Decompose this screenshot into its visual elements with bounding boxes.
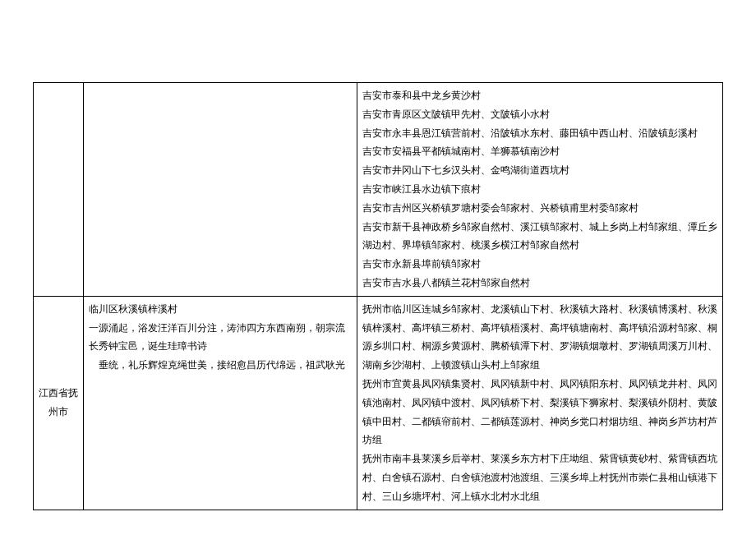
cell-villages-2: 抚州市临川区连城乡邹家村、龙溪镇山下村、秋溪镇大路村、秋溪镇博溪村、秋溪镇梓溪村…	[357, 296, 723, 510]
village-item: 吉安市吉水县八都镇兰花村邹家自然村	[362, 274, 717, 293]
table-row: 江西省抚州市 临川区秋溪镇梓溪村 一源涌起，浴发汪洋百川分注，涛沛四方东西南朔，…	[34, 296, 723, 510]
table-row: 吉安市泰和县中龙乡黄沙村 吉安市青原区文陂镇甲先村、文陂镇小水村 吉安市永丰县恩…	[34, 83, 723, 297]
village-item: 吉安市井冈山下七乡汉头村、金鸣湖街道西坑村	[362, 161, 717, 180]
desc-line: 垂统，礼乐辉煌克绳世美，接绍愈昌历代绵远，祖武耿光	[89, 356, 352, 375]
village-item: 吉安市永新县埠前镇邹家村	[362, 255, 717, 274]
village-item: 吉安市峡江县水边镇下痕村	[362, 180, 717, 199]
cell-province-2: 江西省抚州市	[34, 296, 84, 510]
cell-desc-1	[84, 83, 357, 297]
village-item: 吉安市吉州区兴桥镇罗塘村委会邹家村、兴桥镇甫里村委邹家村	[362, 199, 717, 218]
village-item: 吉安市青原区文陂镇甲先村、文陂镇小水村	[362, 105, 717, 124]
village-item: 吉安市泰和县中龙乡黄沙村	[362, 86, 717, 105]
village-item: 吉安市新干县神政桥乡邹家自然村、溪江镇邹家村、城上乡岗上村邹家组、潭丘乡湖边村、…	[362, 218, 717, 256]
desc-title: 临川区秋溪镇梓溪村	[89, 300, 352, 319]
village-item: 抚州市临川区连城乡邹家村、龙溪镇山下村、秋溪镇大路村、秋溪镇博溪村、秋溪镇梓溪村…	[362, 300, 717, 375]
village-item: 抚州市宜黄县凤冈镇集贤村、凤冈镇新中村、凤冈镇阳东村、凤冈镇龙井村、凤冈镇池南村…	[362, 375, 717, 450]
province-text: 江西省抚州市	[39, 387, 78, 417]
village-item: 吉安市安福县平都镇城南村、羊狮慕镇南沙村	[362, 142, 717, 161]
village-item: 吉安市永丰县恩江镇营前村、沿陂镇水东村、藤田镇中西山村、沿陂镇彭溪村	[362, 124, 717, 143]
cell-province-1	[34, 83, 84, 297]
cell-desc-2: 临川区秋溪镇梓溪村 一源涌起，浴发汪洋百川分注，涛沛四方东西南朔，朝宗流长秀钟宝…	[84, 296, 357, 510]
document-table: 吉安市泰和县中龙乡黄沙村 吉安市青原区文陂镇甲先村、文陂镇小水村 吉安市永丰县恩…	[33, 82, 723, 510]
village-item: 抚州市南丰县莱溪乡后举村、莱溪乡东方村下庄坳组、紫霄镇黄砂村、紫霄镇西坑村、白舍…	[362, 450, 717, 505]
desc-line: 一源涌起，浴发汪洋百川分注，涛沛四方东西南朔，朝宗流长秀钟宝邑，诞生珪璋书诗	[89, 319, 352, 357]
cell-villages-1: 吉安市泰和县中龙乡黄沙村 吉安市青原区文陂镇甲先村、文陂镇小水村 吉安市永丰县恩…	[357, 83, 723, 297]
